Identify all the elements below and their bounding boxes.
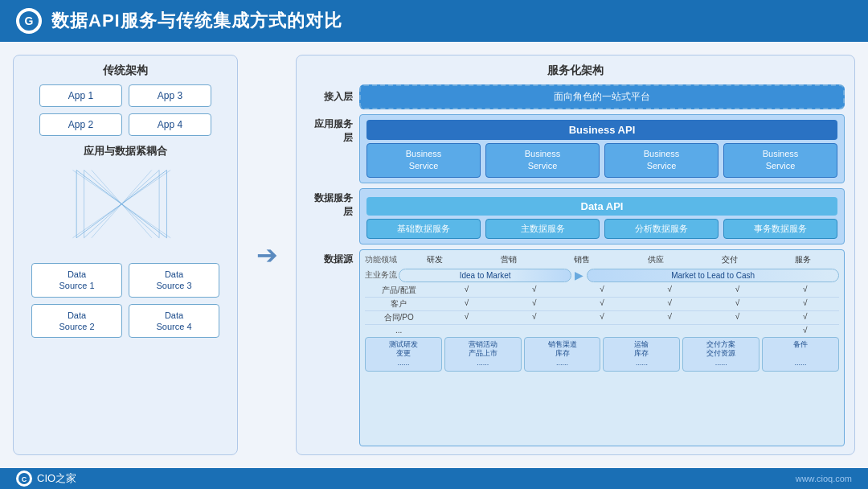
- biz-service-3: BusinessService: [604, 143, 719, 178]
- access-layer-label: 接入层: [306, 90, 353, 104]
- func-domain-2: 销售: [546, 253, 618, 266]
- row-2-v2: √: [568, 311, 636, 324]
- data-service-content: Data API 基础数据服务 主数据服务 分析数据服务 事务数据服务: [359, 188, 845, 244]
- row-1-v3: √: [636, 298, 703, 310]
- datasource-content: 功能领域 研发 营销 销售 供应 交付 服务 主业务流 Idea to Mark…: [359, 249, 845, 446]
- mainflow-row: 主业务流 Idea to Market ▶ Market to Lead to …: [365, 269, 839, 282]
- row-3-v1: [501, 325, 568, 335]
- biz-service-1: BusinessService: [366, 143, 481, 178]
- row-label-0: 产品/配置: [365, 284, 432, 297]
- flow-arrow: ▶: [575, 269, 583, 281]
- row-0-v3: √: [636, 284, 703, 297]
- source-box-4: Data Source 4: [129, 304, 219, 339]
- app-boxes-container: App 1 App 3 App 2 App 4: [23, 84, 227, 136]
- right-arrow-icon: ➔: [256, 240, 278, 270]
- bottom-func-0: 测试研发 变更 ......: [365, 337, 442, 372]
- app-box-3: App 3: [129, 84, 211, 107]
- svg-text:G: G: [25, 14, 34, 27]
- business-services-row: BusinessService BusinessService Business…: [366, 143, 837, 178]
- row-3-v2: [568, 325, 636, 335]
- row-0-v2: √: [568, 284, 636, 297]
- mainflow-items: Idea to Market ▶ Market to Lead to Cash: [399, 269, 839, 282]
- row-0-v1: √: [501, 284, 568, 297]
- data-service-1: 基础数据服务: [366, 219, 481, 239]
- access-bar: 面向角色的一站式平台: [359, 84, 845, 109]
- header-logo: G: [16, 8, 42, 34]
- row-0-v0: √: [432, 284, 500, 297]
- row-2-v3: √: [636, 311, 703, 324]
- row-3-v3: [636, 325, 703, 335]
- arrow-container: ➔: [251, 55, 283, 455]
- page-title: 数据API服务与传统集成方式的对比: [51, 9, 342, 33]
- app-service-layer-row: 应用服务层 Business API BusinessService Busin…: [306, 114, 845, 183]
- row-1-v1: √: [501, 298, 568, 310]
- datasource-layer-row: 数据源 功能领域 研发 营销 销售 供应 交付 服务 主业务流: [306, 249, 845, 446]
- data-api-bar: Data API: [366, 197, 837, 216]
- data-sources-container: Data Source 1 Data Source 3 Data Source …: [23, 263, 227, 338]
- bottom-func-2: 销售渠道 库存 ......: [524, 337, 601, 372]
- datasource-label: 数据源: [306, 249, 353, 446]
- flow-right: Market to Lead to Cash: [587, 269, 839, 282]
- data-services-row: 基础数据服务 主数据服务 分析数据服务 事务数据服务: [366, 219, 837, 239]
- header: G 数据API服务与传统集成方式的对比: [0, 0, 868, 42]
- main-content: 传统架构 App 1 App 3 App 2 App 4 应用与数据紧耦合: [0, 42, 868, 468]
- func-domain-1: 营销: [473, 253, 545, 266]
- row-1-v5: √: [772, 298, 839, 310]
- data-service-2: 主数据服务: [485, 219, 600, 239]
- service-architecture-panel: 服务化架构 接入层 面向角色的一站式平台 应用服务层 Business API …: [296, 55, 855, 455]
- app-service-label: 应用服务层: [306, 114, 353, 183]
- source-box-1: Data Source 1: [31, 263, 122, 298]
- data-service-label: 数据服务层: [306, 188, 353, 244]
- app-box-1: App 1: [39, 84, 122, 107]
- row-3-v0: [432, 325, 500, 335]
- app-box-2: App 2: [39, 113, 122, 136]
- footer: C CIO之家 www.cioq.com: [0, 468, 868, 489]
- func-domains-list: 研发 营销 销售 供应 交付 服务: [399, 253, 839, 266]
- data-service-4: 事务数据服务: [723, 219, 837, 239]
- data-service-3: 分析数据服务: [604, 219, 719, 239]
- app-box-4: App 4: [129, 113, 211, 136]
- footer-url: www.cioq.com: [796, 474, 852, 483]
- right-panel-title: 服务化架构: [306, 64, 845, 78]
- data-row-1: 客户 √ √ √ √ √ √: [365, 298, 839, 311]
- row-1-v2: √: [568, 298, 636, 310]
- row-1-v0: √: [432, 298, 500, 310]
- row-0-v5: √: [772, 284, 839, 297]
- row-2-v5: √: [772, 311, 839, 324]
- data-row-2: 合同/PO √ √ √ √ √ √: [365, 311, 839, 325]
- biz-service-2: BusinessService: [485, 143, 600, 178]
- row-label-1: 客户: [365, 298, 432, 310]
- row-0-v4: √: [703, 284, 771, 297]
- row-3-v4: [703, 325, 771, 335]
- access-layer-content: 面向角色的一站式平台: [359, 84, 845, 109]
- bottom-func-4: 交付方案 交付资源 ......: [682, 337, 760, 372]
- row-2-v1: √: [501, 311, 568, 324]
- func-domain-4: 交付: [694, 253, 766, 266]
- source-box-2: Data Source 2: [31, 304, 122, 339]
- bottom-func-3: 运输 库存 ......: [603, 337, 680, 372]
- bottom-func-5: 备件 ......: [762, 337, 839, 372]
- connector-lines: [31, 163, 219, 260]
- func-domain-3: 供应: [620, 253, 692, 266]
- func-domain-5: 服务: [767, 253, 839, 266]
- row-3-v5: √: [772, 325, 839, 335]
- footer-logo-area: C CIO之家: [16, 471, 76, 487]
- connection-svg: [31, 163, 219, 260]
- bottom-func-row: 测试研发 变更 ...... 营销活动 产品上市 ...... 销售渠道 库存 …: [365, 337, 839, 372]
- row-label-2: 合同/PO: [365, 311, 432, 324]
- func-domain-row: 功能领域 研发 营销 销售 供应 交付 服务: [365, 253, 839, 266]
- mainflow-label: 主业务流: [365, 269, 399, 281]
- func-domain-0: 研发: [399, 253, 471, 266]
- data-service-layer-row: 数据服务层 Data API 基础数据服务 主数据服务 分析数据服务 事务数据服…: [306, 188, 845, 244]
- source-box-3: Data Source 3: [129, 263, 219, 298]
- row-2-v4: √: [703, 311, 771, 324]
- left-panel-title: 传统架构: [23, 64, 227, 78]
- traditional-architecture-panel: 传统架构 App 1 App 3 App 2 App 4 应用与数据紧耦合: [13, 55, 238, 455]
- row-1-v4: √: [703, 298, 771, 310]
- row-2-v0: √: [432, 311, 500, 324]
- biz-service-4: BusinessService: [723, 143, 837, 178]
- data-table: 产品/配置 √ √ √ √ √ √ 客户 √ √ √ √ √: [365, 284, 839, 335]
- app-service-content: Business API BusinessService BusinessSer…: [359, 114, 845, 183]
- svg-text:C: C: [22, 475, 27, 483]
- func-domain-label: 功能领域: [365, 254, 399, 265]
